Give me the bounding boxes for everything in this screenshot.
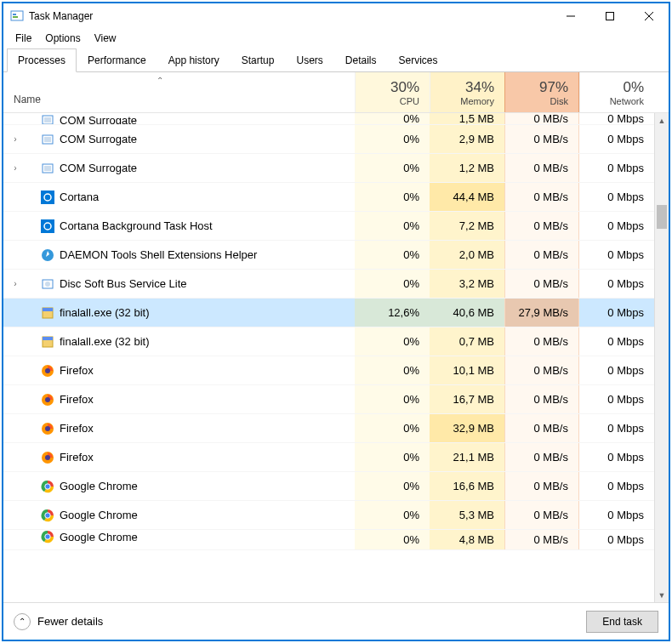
cell-memory: 0,7 MB [430,327,504,356]
svg-rect-12 [44,166,51,171]
cell-cpu: 12,6% [355,299,430,327]
svg-point-33 [45,483,50,488]
scroll-down-icon[interactable]: ▼ [655,588,669,602]
tabs: Processes Performance App history Startu… [3,48,669,72]
table-row[interactable]: Firefox0%16,7 MB0 MB/s0 Mbps [3,385,654,414]
cell-cpu: 0% [355,154,430,182]
scroll-up-icon[interactable]: ▲ [655,113,669,128]
table-row[interactable]: ›COM Surrogate0%1,2 MB0 MB/s0 Mbps [3,154,654,183]
process-name-cell: DAEMON Tools Shell Extensions Helper [3,248,355,262]
expand-icon[interactable]: › [10,134,20,144]
cell-network: 0 Mbps [579,183,654,211]
maximize-button[interactable] [590,3,629,29]
process-name-cell: Firefox [3,393,355,407]
process-name-cell: Firefox [3,422,355,435]
menu-options[interactable]: Options [40,31,85,46]
svg-rect-21 [43,308,53,311]
table-row[interactable]: Cortana Background Task Host0%7,2 MB0 MB… [3,212,654,241]
table-row[interactable]: Google Chrome0%16,6 MB0 MB/s0 Mbps [3,472,654,501]
table-row[interactable]: finalall.exe (32 bit)0%0,7 MB0 MB/s0 Mbp… [3,327,654,356]
table-row[interactable]: Cortana0%44,4 MB0 MB/s0 Mbps [3,183,654,212]
process-name-cell: ›COM Surrogate [3,162,355,175]
process-name: Google Chrome [60,531,138,543]
table-row[interactable]: DAEMON Tools Shell Extensions Helper0%2,… [3,241,654,270]
end-task-button[interactable]: End task [586,611,658,633]
cell-network: 0 Mbps [579,154,654,182]
cell-memory: 40,6 MB [430,299,504,327]
tab-details[interactable]: Details [334,48,388,72]
table-row[interactable]: Firefox0%21,1 MB0 MB/s0 Mbps [3,443,654,472]
header-network[interactable]: 0% Network [579,72,654,112]
menu-view[interactable]: View [89,31,122,46]
table-row[interactable]: Google Chrome0%4,8 MB0 MB/s0 Mbps [3,530,654,550]
table-row[interactable]: Google Chrome0%5,3 MB0 MB/s0 Mbps [3,501,654,530]
process-icon [41,422,54,435]
cell-network: 0 Mbps [579,501,654,529]
cell-network: 0 Mbps [579,530,654,549]
cell-cpu: 0% [355,501,430,529]
expand-icon[interactable]: › [10,163,20,173]
table-row[interactable]: ›COM Surrogate0%2,9 MB0 MB/s0 Mbps [3,125,654,154]
svg-point-37 [45,534,50,539]
tab-services[interactable]: Services [388,48,449,72]
process-name-cell: Google Chrome [3,480,355,493]
process-name: COM Surrogate [60,162,137,174]
fewer-details-button[interactable]: ⌃ Fewer details [14,613,586,630]
expand-icon[interactable]: › [10,279,20,288]
table-row[interactable]: Firefox0%32,9 MB0 MB/s0 Mbps [3,414,654,443]
titlebar[interactable]: Task Manager [3,3,669,29]
process-table: COM Surrogate0%1,5 MB0 MB/s0 Mbps›COM Su… [3,113,669,602]
process-name: Firefox [60,364,94,377]
cell-disk: 0 MB/s [504,501,579,529]
cell-memory: 5,3 MB [430,501,504,529]
tab-processes[interactable]: Processes [7,48,77,72]
table-row[interactable]: ›Disc Soft Bus Service Lite0%3,2 MB0 MB/… [3,270,654,299]
header-memory[interactable]: 34% Memory [430,72,504,112]
process-icon [41,248,54,262]
process-name-cell: ›COM Surrogate [3,133,355,146]
cell-disk: 0 MB/s [504,270,579,298]
cell-cpu: 0% [355,356,430,384]
footer: ⌃ Fewer details End task [3,602,669,640]
process-icon [41,335,54,349]
scrollbar[interactable]: ▲ ▼ [654,113,669,602]
cell-memory: 16,7 MB [430,385,504,413]
cell-network: 0 Mbps [579,299,654,327]
menubar: File Options View [3,29,669,48]
svg-point-29 [45,426,50,431]
tab-app-history[interactable]: App history [157,48,231,72]
tab-performance[interactable]: Performance [77,48,157,72]
menu-file[interactable]: File [10,31,37,46]
process-icon [41,191,54,204]
header-disk[interactable]: 97% Disk [504,72,579,112]
table-row[interactable]: Firefox0%10,1 MB0 MB/s0 Mbps [3,356,654,385]
svg-rect-10 [44,137,51,142]
tab-users[interactable]: Users [285,48,333,72]
scroll-thumb[interactable] [657,205,667,229]
cell-memory: 1,5 MB [430,113,504,124]
table-row[interactable]: COM Surrogate0%1,5 MB0 MB/s0 Mbps [3,113,654,125]
cell-memory: 3,2 MB [430,270,504,298]
header-cpu[interactable]: 30% CPU [355,72,430,112]
process-name: Disc Soft Bus Service Lite [60,277,187,290]
cell-memory: 2,9 MB [430,125,504,153]
table-row[interactable]: finalall.exe (32 bit)12,6%40,6 MB27,9 MB… [3,299,654,327]
process-icon [41,530,54,543]
process-name-cell: Google Chrome [3,509,355,522]
minimize-button[interactable] [551,3,590,29]
cell-network: 0 Mbps [579,385,654,413]
process-name-cell: Firefox [3,364,355,378]
cell-network: 0 Mbps [579,113,654,124]
cell-cpu: 0% [355,270,430,298]
process-name: COM Surrogate [60,114,137,126]
process-name-cell: COM Surrogate [3,113,355,125]
tab-startup[interactable]: Startup [231,48,286,72]
cell-cpu: 0% [355,212,430,240]
header-name[interactable]: ⌃ Name [3,72,355,112]
process-name: Firefox [60,451,94,464]
svg-rect-13 [41,191,54,204]
close-button[interactable] [629,3,669,29]
cell-network: 0 Mbps [579,472,654,500]
process-icon [41,306,54,320]
process-icon [41,451,54,464]
